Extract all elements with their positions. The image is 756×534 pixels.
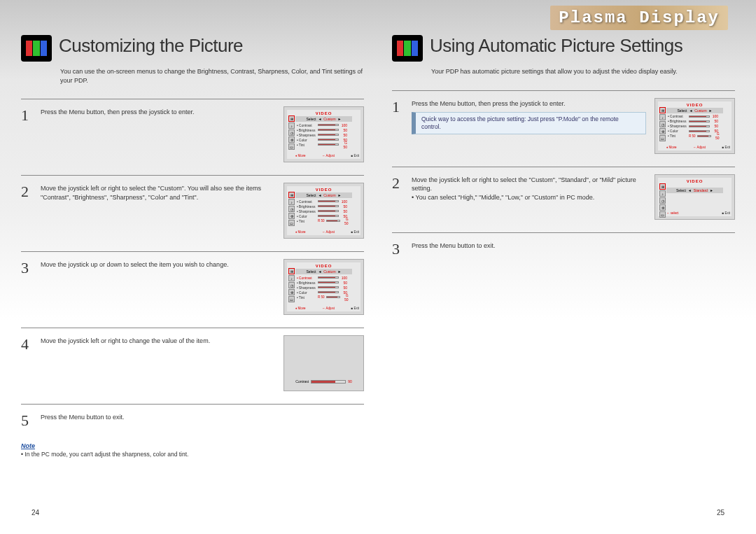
step-text: Move the joystick left or right to chang… [41,335,275,346]
step-number: 1 [392,98,403,116]
osd-screenshot: ⊞♪◷⚙▭ VIDEO Select◄Standard► ↔ select■ E… [654,174,735,220]
right-title: Using Automatic Picture Settings [430,35,682,57]
step-number: 3 [21,259,32,277]
note-section: Note • In the PC mode, you can't adjust … [21,442,364,458]
step-number: 4 [21,335,32,353]
tv-icon [392,35,423,62]
step-text: Move the joystick left or right to selec… [41,183,275,202]
step-text: Press the Menu button to exit. [41,412,364,422]
osd-screenshot: ⊞♪◷⚙▭ VIDEO Select◄Custom► Contrast100 B… [654,98,735,154]
osd-screenshot: ⊞♪◷⚙▭ VIDEO Select◄Custom► Contrast100 B… [284,259,364,315]
page-number-right: 25 [717,509,724,517]
step-text: Press the Menu button, then press the jo… [41,106,275,117]
osd-screenshot: ⊞ ♪ ◷ ⚙ ▭ VIDEO Select ◄ Custom ► Contra… [284,106,364,162]
osd-side-icon: ⚙ [288,136,295,143]
page-container: Customizing the Picture You can use the … [0,0,756,458]
osd-title: VIDEO [288,111,359,115]
right-desc: Your PDP has automatic picture settings … [431,67,735,76]
right-step-3: 3 Press the Menu button to exit. [392,232,735,258]
step-text: Press the Menu button, then press the jo… [412,98,646,135]
tip-box: Quick way to access the picture setting:… [412,112,646,134]
step-text: Move the joystick left or right to selec… [412,174,646,202]
left-step-1: 1 Press the Menu button, then press the … [21,99,364,162]
osd-side-icon: ⊞ [288,115,295,122]
osd-screenshot: Contrast 90 [284,335,364,391]
step-number: 5 [21,412,32,430]
right-header: Using Automatic Picture Settings [392,35,735,62]
left-desc: You can use the on-screen menus to chang… [60,67,364,85]
osd-side-icon: ♪ [288,122,295,129]
step-number: 1 [21,106,32,125]
step-number: 2 [392,174,403,192]
osd-side-icon: ◷ [288,129,295,136]
left-title: Customizing the Picture [59,35,243,57]
osd-select-row: Select ◄ Custom ► [295,116,352,122]
right-step-1: 1 Press the Menu button, then press the … [392,90,735,154]
step-text: Move the joystick up or down to select t… [41,259,275,269]
step-text: Press the Menu button to exit. [412,240,735,251]
left-header: Customizing the Picture [21,35,364,62]
tv-icon [21,35,52,62]
left-step-3: 3 Move the joystick up or down to select… [21,251,364,315]
step-number: 2 [21,183,32,201]
osd-side-icon: ▭ [288,143,295,150]
note-text: • In the PC mode, you can't adjust the s… [21,451,364,458]
left-step-4: 4 Move the joystick left or right to cha… [21,328,364,391]
left-step-2: 2 Move the joystick left or right to sel… [21,175,364,239]
top-banner: Plasma Display [441,0,756,35]
osd-screenshot: ⊞♪◷⚙▭ VIDEO Select◄Custom► Contrast100 B… [284,183,364,239]
left-step-5: 5 Press the Menu button to exit. [21,404,364,430]
left-column: Customizing the Picture You can use the … [21,35,364,458]
right-step-2: 2 Move the joystick left or right to sel… [392,167,735,220]
page-number-left: 24 [31,509,39,517]
note-label: Note [21,442,364,449]
banner-title: Plasma Display [550,6,728,30]
right-column: Using Automatic Picture Settings Your PD… [392,35,735,458]
step-number: 3 [392,240,403,258]
